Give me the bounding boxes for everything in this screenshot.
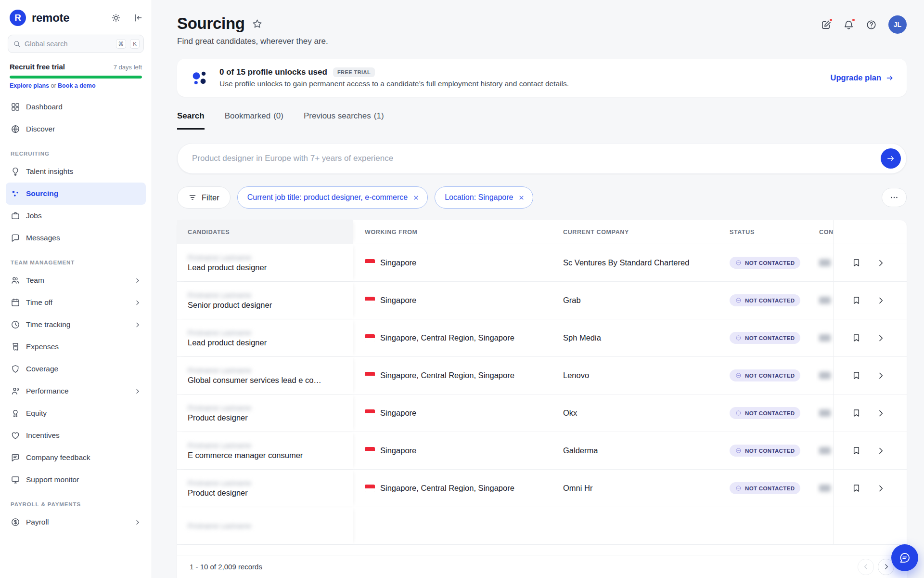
candidate-search-input[interactable]	[192, 154, 881, 163]
candidate-title: Product designer	[188, 488, 353, 498]
sidebar-item-messages[interactable]: Messages	[6, 227, 146, 249]
minus-circle-icon	[735, 260, 742, 266]
book-demo-link[interactable]: Book a demo	[58, 82, 96, 89]
open-candidate-button[interactable]	[876, 258, 886, 268]
bookmark-button[interactable]	[851, 370, 861, 381]
open-candidate-button[interactable]	[876, 484, 886, 493]
compose-button[interactable]	[821, 19, 832, 30]
chat-widget-button[interactable]	[891, 544, 918, 571]
minus-circle-icon	[735, 447, 742, 454]
sidebar-item-sourcing[interactable]: Sourcing	[6, 183, 146, 205]
singapore-flag-icon	[365, 372, 375, 379]
sidebar-item-performance[interactable]: Performance	[6, 380, 146, 402]
row-actions	[834, 394, 907, 432]
collapse-sidebar-button[interactable]	[133, 13, 143, 23]
table-row[interactable]: Firstname LastnameE commerce manager con…	[177, 432, 907, 470]
open-candidate-button[interactable]	[876, 333, 886, 343]
sidebar-item-time-tracking[interactable]: Time tracking	[6, 314, 146, 336]
bookmark-icon	[851, 258, 861, 268]
open-candidate-button[interactable]	[876, 371, 886, 381]
sparkle-icon	[11, 189, 20, 198]
table-row[interactable]: Firstname LastnameProduct designerSingap…	[177, 470, 907, 507]
bookmark-button[interactable]	[851, 408, 861, 418]
sidebar-item-company-feedback[interactable]: Company feedback	[6, 447, 146, 469]
sidebar-item-label: Company feedback	[26, 453, 90, 462]
bookmark-button[interactable]	[851, 483, 861, 493]
sidebar-item-coverage[interactable]: Coverage	[6, 358, 146, 380]
tab-bookmarked[interactable]: Bookmarked(0)	[225, 111, 283, 130]
working-from-text: Singapore	[380, 446, 416, 455]
candidate-title: Lead product designer	[188, 338, 353, 347]
open-candidate-button[interactable]	[876, 446, 886, 456]
sidebar-item-discover[interactable]: Discover	[6, 118, 146, 140]
search-submit-button[interactable]	[881, 148, 901, 169]
contact-blurred	[819, 447, 831, 454]
arrow-right-icon	[886, 154, 896, 163]
filter-chips: Current job title: product designer, e-c…	[237, 186, 534, 209]
global-search[interactable]: ⌘ K	[8, 35, 144, 53]
contact-blurred	[819, 259, 831, 266]
sidebar-header: R remote	[0, 0, 152, 32]
tab-previous-searches[interactable]: Previous searches(1)	[304, 111, 384, 130]
help-button[interactable]	[866, 19, 877, 30]
candidate-name-blurred: Firstname Lastname	[188, 404, 353, 412]
bookmark-button[interactable]	[851, 258, 861, 268]
candidate-title: Lead product designer	[188, 263, 353, 272]
explore-plans-link[interactable]: Explore plans	[10, 82, 49, 89]
sidebar-item-equity[interactable]: Equity	[6, 402, 146, 424]
sidebar-item-expenses[interactable]: Expenses	[6, 336, 146, 358]
status-badge-label: NOT CONTACTED	[745, 373, 795, 379]
tab-label: Bookmarked	[225, 111, 270, 121]
filter-chip[interactable]: Current job title: product designer, e-c…	[237, 186, 428, 209]
chat-icon	[11, 233, 20, 243]
sidebar-item-payroll[interactable]: Payroll	[6, 511, 146, 533]
theme-toggle-button[interactable]	[111, 13, 121, 23]
sidebar-item-talent-insights[interactable]: Talent insights	[6, 160, 146, 183]
table-row[interactable]: Firstname LastnameLead product designerS…	[177, 319, 907, 357]
table-row[interactable]: Firstname LastnameGlobal consumer servic…	[177, 357, 907, 394]
sidebar-item-incentives[interactable]: Incentives	[6, 424, 146, 447]
sidebar-item-jobs[interactable]: Jobs	[6, 205, 146, 227]
filter-chip[interactable]: Location: Singapore	[435, 186, 533, 209]
bookmark-button[interactable]	[851, 446, 861, 456]
contact-cell	[816, 282, 834, 319]
column-header-actions	[834, 220, 907, 244]
global-search-input[interactable]	[25, 40, 112, 48]
contact-cell	[816, 244, 834, 281]
filter-icon-slot	[188, 193, 197, 202]
filter-chip-label: Location: Singapore	[445, 193, 513, 202]
status-badge-label: NOT CONTACTED	[745, 260, 795, 266]
chip-close-button[interactable]	[518, 194, 525, 201]
candidate-name-blurred: Firstname Lastname	[188, 479, 353, 487]
sidebar-item-time-off[interactable]: Time off	[6, 291, 146, 314]
contact-cell	[816, 319, 834, 356]
open-candidate-button[interactable]	[876, 408, 886, 418]
sidebar-item-team[interactable]: Team	[6, 269, 146, 291]
candidate-search-bar[interactable]	[177, 143, 907, 174]
bookmark-button[interactable]	[851, 295, 861, 305]
column-header-working-from: WORKING FROM	[353, 220, 552, 244]
table-header: CANDIDATES WORKING FROM CURRENT COMPANY …	[177, 220, 907, 244]
notifications-button[interactable]	[843, 19, 854, 30]
tab-search[interactable]: Search	[177, 111, 205, 130]
contact-cell	[816, 357, 834, 394]
sidebar-item-label: Equity	[26, 409, 47, 418]
table-row[interactable]: Firstname LastnameSenior product designe…	[177, 282, 907, 319]
more-options-button[interactable]	[882, 188, 907, 207]
favorite-page-button[interactable]	[252, 18, 263, 29]
working-from-text: Singapore	[380, 296, 416, 305]
chip-close-button[interactable]	[412, 194, 420, 201]
table-row[interactable]: Firstname LastnameLead product designerS…	[177, 244, 907, 282]
filter-button[interactable]: Filter	[177, 186, 231, 209]
upgrade-plan-link[interactable]: Upgrade plan	[831, 73, 894, 82]
working-from-text: Singapore, Central Region, Singapore	[380, 371, 514, 380]
table-row[interactable]: Firstname LastnameProduct designerSingap…	[177, 394, 907, 432]
sidebar-item-support-monitor[interactable]: Support monitor	[6, 469, 146, 491]
collapse-icon	[133, 13, 143, 23]
table-row[interactable]: Firstname Lastname	[177, 507, 907, 545]
sidebar-item-dashboard[interactable]: Dashboard	[6, 96, 146, 118]
open-candidate-button[interactable]	[876, 296, 886, 305]
previous-page-button[interactable]	[858, 559, 874, 575]
user-avatar[interactable]: JL	[888, 15, 907, 34]
bookmark-button[interactable]	[851, 333, 861, 343]
